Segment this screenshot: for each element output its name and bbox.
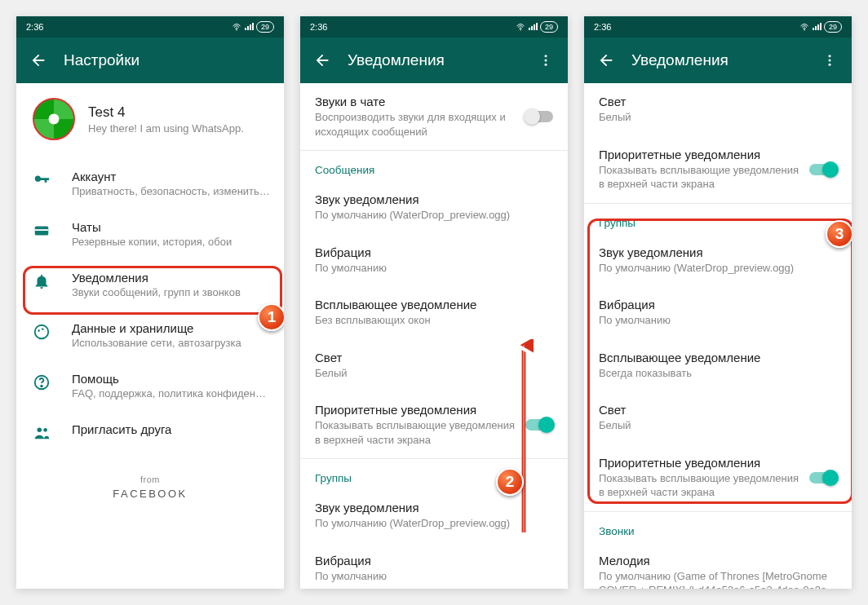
settings-item-help[interactable]: ПомощьFAQ, поддержка, политика конфиденц…	[16, 360, 284, 411]
help-icon	[33, 373, 51, 391]
svg-point-10	[545, 60, 547, 62]
status-time: 2:36	[26, 22, 43, 32]
item-sub: Приватность, безопасность, изменить номе…	[72, 185, 271, 197]
back-button[interactable]	[591, 45, 622, 76]
setting-sub: По умолчанию	[315, 569, 553, 584]
setting-grp-sound[interactable]: Звук уведомления По умолчанию (WaterDrop…	[300, 489, 568, 542]
item-title: Помощь	[72, 372, 271, 386]
setting-sub: Показывать всплывающие уведомления в вер…	[315, 418, 519, 447]
item-title: Чаты	[72, 220, 271, 234]
svg-point-7	[43, 428, 47, 432]
svg-point-15	[829, 55, 831, 57]
setting-grp-priority[interactable]: Приоритетные уведомления Показывать вспл…	[584, 444, 852, 511]
notifications-content: Звуки в чате Воспроизводить звуки для вх…	[300, 83, 568, 589]
profile-status: Hey there! I am using WhatsApp.	[88, 122, 244, 135]
switch-msg-priority[interactable]	[525, 419, 553, 431]
setting-grp-popup[interactable]: Всплывающее уведомление Всегда показыват…	[584, 339, 852, 392]
switch-msg-priority[interactable]	[809, 164, 837, 175]
setting-sub: Белый	[315, 366, 553, 381]
back-button[interactable]	[307, 45, 338, 76]
setting-sub: Воспроизводить звуки для входящих и исхо…	[315, 110, 519, 139]
settings-item-data[interactable]: Данные и хранилищеИспользование сети, ав…	[16, 310, 284, 360]
signal-icon	[244, 22, 254, 32]
setting-sub: По умолчанию (Game of Thrones [MetroGnom…	[599, 569, 837, 589]
status-bar: 2:36 29	[584, 16, 852, 38]
status-icons: 29	[516, 21, 558, 33]
setting-msg-light[interactable]: Свет Белый	[584, 83, 852, 136]
back-button[interactable]	[23, 45, 54, 76]
battery-indicator: 29	[256, 21, 274, 33]
switch-chat-sounds[interactable]	[525, 111, 553, 122]
status-time: 2:36	[310, 22, 327, 32]
setting-title: Мелодия	[599, 554, 837, 567]
status-icons: 29	[799, 21, 842, 33]
settings-item-account[interactable]: АккаунтПриватность, безопасность, измени…	[16, 158, 284, 209]
setting-msg-vibration[interactable]: Вибрация По умолчанию	[300, 234, 568, 287]
section-groups: Группы	[300, 459, 568, 489]
status-icons: 29	[232, 21, 274, 33]
status-bar: 2:36 29	[16, 16, 284, 38]
app-bar: Настройки	[16, 38, 284, 83]
phone-screen-3: 2:36 29 Уведомления Свет Белый Приоритет…	[584, 16, 852, 589]
item-title: Пригласить друга	[72, 422, 271, 436]
setting-sub: По умолчанию (WaterDrop_preview.ogg)	[599, 261, 837, 276]
phone-screen-2: 2:36 29 Уведомления Звуки в чате Воспрои…	[300, 16, 568, 589]
app-bar-title: Настройки	[64, 51, 277, 69]
setting-title: Свет	[599, 403, 837, 417]
overflow-menu[interactable]	[530, 46, 561, 74]
wifi-icon	[232, 22, 241, 32]
setting-grp-vibration[interactable]: Вибрация По умолчанию	[584, 286, 852, 339]
setting-title: Вибрация	[315, 554, 553, 567]
signal-icon	[812, 22, 822, 32]
setting-sub: По умолчанию	[315, 261, 553, 276]
setting-sub: По умолчанию (WaterDrop_preview.ogg)	[315, 516, 553, 531]
avatar	[33, 98, 75, 140]
setting-msg-light[interactable]: Свет Белый	[300, 339, 568, 392]
item-title: Данные и хранилище	[72, 321, 271, 335]
status-bar: 2:36 29	[300, 16, 568, 38]
setting-sub: По умолчанию	[599, 313, 837, 328]
setting-msg-priority[interactable]: Приоритетные уведомления Показывать вспл…	[584, 136, 852, 203]
setting-title: Свет	[599, 95, 837, 108]
setting-grp-sound[interactable]: Звук уведомления По умолчанию (WaterDrop…	[584, 234, 852, 287]
setting-title: Звук уведомления	[599, 245, 837, 259]
svg-point-8	[520, 29, 520, 30]
setting-chat-sounds[interactable]: Звуки в чате Воспроизводить звуки для вх…	[300, 83, 568, 150]
setting-title: Всплывающее уведомление	[315, 298, 553, 311]
setting-title: Свет	[315, 351, 553, 364]
switch-grp-priority[interactable]	[809, 472, 837, 484]
settings-item-chats[interactable]: ЧатыРезервные копии, история, обои	[16, 209, 284, 259]
settings-item-invite[interactable]: Пригласить друга	[16, 411, 284, 453]
setting-grp-light[interactable]: Свет Белый	[584, 391, 852, 444]
svg-point-9	[545, 55, 547, 57]
chat-icon	[33, 222, 51, 240]
profile-row[interactable]: Test 4 Hey there! I am using WhatsApp.	[16, 83, 284, 155]
settings-item-notifications[interactable]: УведомленияЗвуки сообщений, групп и звон…	[16, 259, 284, 310]
setting-title: Всплывающее уведомление	[599, 351, 837, 364]
battery-indicator: 29	[824, 21, 842, 33]
setting-call-melody[interactable]: Мелодия По умолчанию (Game of Thrones [M…	[584, 542, 852, 589]
svg-point-0	[236, 29, 237, 30]
setting-grp-vibration[interactable]: Вибрация По умолчанию	[300, 542, 568, 587]
setting-title: Звук уведомления	[315, 192, 553, 206]
setting-sub: Белый	[599, 418, 837, 433]
setting-sub: Показывать всплывающие уведомления в вер…	[599, 471, 803, 500]
setting-sub: По умолчанию (WaterDrop_preview.ogg)	[315, 208, 553, 223]
svg-point-5	[41, 386, 42, 387]
item-sub: Использование сети, автозагрузка	[72, 337, 271, 349]
setting-sub: Всегда показывать	[599, 366, 837, 381]
setting-msg-popup[interactable]: Всплывающее уведомление Без всплывающих …	[300, 286, 568, 339]
overflow-menu[interactable]	[814, 46, 845, 74]
item-sub: FAQ, поддержка, политика конфиденциальн.…	[72, 387, 271, 400]
more-vert-icon	[538, 53, 553, 68]
notifications-content-scrolled: Свет Белый Приоритетные уведомления Пока…	[584, 83, 852, 589]
settings-list: АккаунтПриватность, безопасность, измени…	[16, 155, 284, 453]
setting-msg-priority[interactable]: Приоритетные уведомления Показывать вспл…	[300, 391, 568, 458]
setting-title: Звуки в чате	[315, 95, 519, 108]
step-badge-1: 1	[258, 303, 284, 331]
setting-title: Приоритетные уведомления	[599, 456, 803, 470]
setting-msg-sound[interactable]: Звук уведомления По умолчанию (WaterDrop…	[300, 181, 568, 234]
invite-icon	[33, 424, 51, 442]
svg-point-3	[35, 325, 49, 339]
key-icon	[33, 171, 51, 189]
